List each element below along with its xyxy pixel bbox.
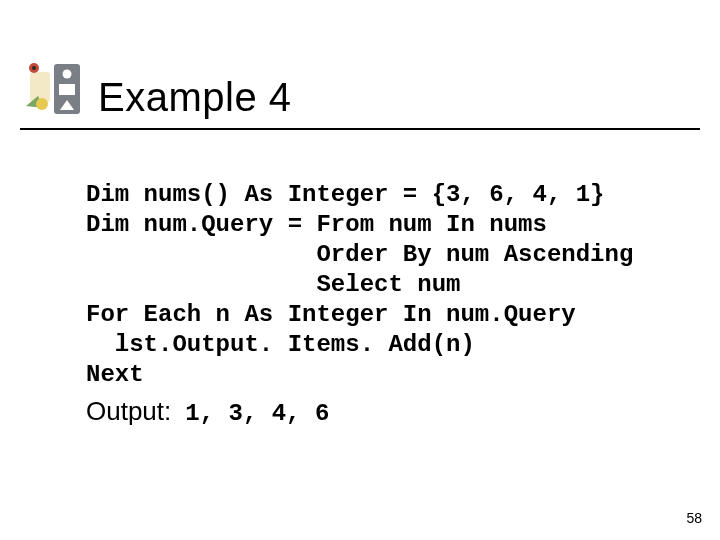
svg-rect-2 [59, 84, 75, 95]
slide-header: Example 4 [20, 58, 700, 120]
slide-logo-icon [20, 58, 84, 120]
svg-rect-4 [30, 72, 50, 102]
svg-point-1 [63, 70, 72, 79]
slide: Example 4 Dim nums() As Integer = {3, 6,… [0, 0, 720, 540]
svg-point-6 [32, 66, 36, 70]
output-line: Output: 1, 3, 4, 6 [86, 396, 329, 427]
output-label: Output: [86, 396, 171, 427]
code-block: Dim nums() As Integer = {3, 6, 4, 1} Dim… [86, 180, 633, 390]
page-number: 58 [686, 510, 702, 526]
svg-point-8 [36, 98, 48, 110]
output-value: 1, 3, 4, 6 [185, 400, 329, 427]
slide-title: Example 4 [98, 75, 291, 120]
header-divider [20, 128, 700, 130]
